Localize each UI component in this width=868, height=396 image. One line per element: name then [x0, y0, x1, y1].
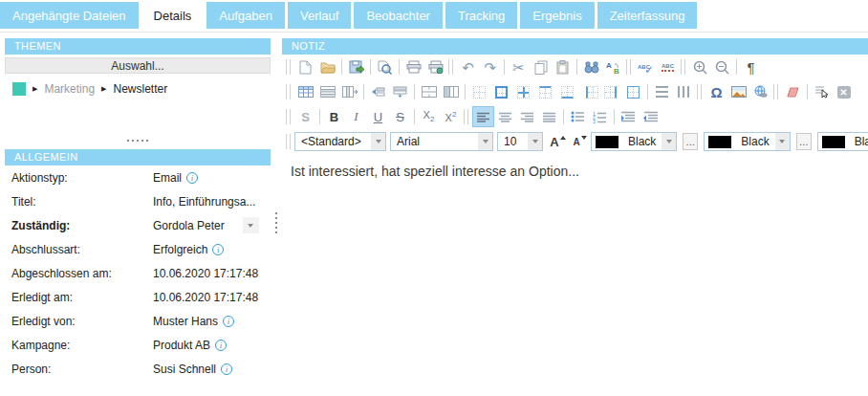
font-size-select[interactable]: 10 [497, 132, 543, 151]
field-label: Titel: [11, 195, 153, 209]
undo-icon[interactable]: ↶ [457, 56, 479, 77]
decrease-font-icon[interactable]: A [569, 131, 591, 152]
replace-icon[interactable]: AB [602, 56, 624, 77]
decrease-indent-icon[interactable] [640, 106, 662, 127]
formatting-marks-icon[interactable]: ¶ [740, 56, 762, 77]
field-value: Gordola Peter [153, 219, 225, 232]
tab-tracking[interactable]: Tracking [445, 2, 517, 29]
zustaendig-dropdown-button[interactable] [243, 217, 259, 233]
insert-row-before-icon[interactable] [367, 81, 389, 102]
border-top-icon[interactable] [534, 81, 556, 102]
font-color-more-button[interactable]: … [683, 133, 698, 150]
special-character-icon[interactable]: Ω [705, 81, 727, 102]
clear-formatting-icon[interactable]: S [294, 106, 316, 127]
highlight-color-more-button[interactable]: … [796, 133, 812, 150]
insert-table-icon[interactable] [294, 81, 316, 102]
tab-angehaengte-dateien[interactable]: Angehängte Dateien [0, 2, 139, 29]
paragraph-style-select[interactable]: <Standard> [294, 132, 386, 151]
print-preview-icon[interactable] [374, 56, 396, 77]
print-icon[interactable] [402, 56, 424, 77]
zoom-out-icon[interactable] [711, 56, 733, 77]
redo-icon[interactable]: ↷ [479, 56, 501, 77]
breadcrumb-item-newsletter[interactable]: Newsletter [113, 82, 167, 96]
tab-verlauf[interactable]: Verlauf [288, 2, 351, 29]
new-document-icon[interactable] [294, 56, 316, 77]
merge-cells-icon[interactable] [418, 81, 440, 102]
insert-hyperlink-icon[interactable] [749, 81, 771, 102]
autocorrect-icon[interactable]: ABC [657, 56, 679, 77]
save-icon[interactable] [345, 56, 367, 77]
tab-beobachter[interactable]: Beobachter [354, 2, 443, 29]
field-label: Erledigt am: [11, 291, 153, 304]
split-cells-icon[interactable] [440, 81, 462, 102]
font-color-picker[interactable]: Black [591, 132, 677, 151]
subscript-icon[interactable]: X2 [418, 106, 440, 127]
panel-splitter-handle[interactable] [275, 212, 277, 233]
border-right-icon[interactable] [600, 81, 622, 102]
open-file-icon[interactable] [316, 56, 338, 77]
cut-icon[interactable]: ✂ [508, 56, 530, 77]
tab-ergebnis[interactable]: Ergebnis [520, 2, 594, 29]
tab-aufgaben[interactable]: Aufgaben [206, 2, 285, 29]
notiz-toolbar-row-1: ↶ ↷ ✂ AB ABC✓ ABC ¶ [282, 55, 868, 79]
spellcheck-icon[interactable]: ABC✓ [635, 56, 657, 77]
highlight-color-picker[interactable]: Black [704, 132, 790, 151]
border-color-picker[interactable]: Black [817, 132, 868, 151]
distribute-columns-icon[interactable] [673, 81, 695, 102]
border-bottom-icon[interactable] [556, 81, 578, 102]
note-editor-area[interactable]: Ist interessiert, hat speziell interesse… [282, 154, 868, 179]
strikethrough-icon[interactable]: S [389, 106, 411, 127]
toolbar-separator [363, 84, 364, 99]
toolbar-separator [563, 109, 564, 124]
info-icon[interactable]: i [186, 172, 198, 184]
info-icon[interactable]: i [221, 363, 232, 375]
border-left-icon[interactable] [578, 81, 600, 102]
increase-font-icon[interactable]: A [547, 131, 569, 152]
breadcrumb-item-marketing[interactable]: Marketing [44, 82, 95, 96]
align-center-icon[interactable] [494, 106, 516, 127]
field-label: Erledigt von: [11, 315, 153, 328]
toolbar-separator [647, 84, 648, 99]
table-properties-icon[interactable] [316, 81, 338, 102]
numbered-list-icon[interactable]: 123 [589, 106, 611, 127]
eraser-icon[interactable] [782, 81, 804, 102]
topic-breadcrumb: ▶ Marketing ▶ Newsletter [12, 80, 271, 98]
borders-all-icon[interactable] [490, 81, 512, 102]
superscript-icon[interactable]: X2 [440, 106, 462, 127]
copy-icon[interactable] [530, 56, 552, 77]
chevron-down-icon [528, 133, 542, 150]
select-element-icon[interactable] [811, 81, 833, 102]
justify-icon[interactable] [538, 106, 560, 127]
italic-icon[interactable]: I [345, 106, 367, 127]
paste-icon[interactable] [552, 56, 574, 77]
insert-image-icon[interactable] [727, 81, 749, 102]
bullet-list-icon[interactable] [567, 106, 589, 127]
zoom-in-icon[interactable] [689, 56, 711, 77]
toolbar-grip [697, 84, 702, 99]
tab-details[interactable]: Details [141, 2, 205, 29]
info-icon[interactable]: i [223, 316, 234, 327]
delete-element-icon[interactable]: ✕ [833, 81, 855, 102]
field-row-aktionstyp: Aktionstyp: Email i [5, 165, 271, 189]
insert-column-icon[interactable] [338, 81, 360, 102]
font-family-select[interactable]: Arial [390, 132, 493, 151]
borders-outer-icon[interactable] [622, 81, 644, 102]
tab-zeiterfassung[interactable]: Zeiterfassung [597, 2, 698, 29]
distribute-rows-icon[interactable] [651, 81, 673, 102]
chevron-down-icon [478, 133, 492, 150]
find-icon[interactable] [580, 56, 602, 77]
info-icon[interactable]: i [212, 244, 224, 255]
horizontal-splitter-handle[interactable] [5, 140, 271, 142]
align-left-icon[interactable] [472, 106, 494, 127]
topic-select-button[interactable]: Auswahl... [5, 57, 271, 74]
field-label: Zuständig: [11, 219, 153, 232]
align-right-icon[interactable] [516, 106, 538, 127]
print-setup-icon[interactable] [424, 56, 446, 77]
borders-none-icon[interactable] [468, 81, 490, 102]
borders-inner-icon[interactable] [512, 81, 534, 102]
info-icon[interactable]: i [215, 340, 227, 351]
insert-row-after-icon[interactable] [389, 81, 411, 102]
underline-icon[interactable]: U [367, 106, 389, 127]
bold-icon[interactable]: B [323, 106, 345, 127]
increase-indent-icon[interactable] [618, 106, 640, 127]
